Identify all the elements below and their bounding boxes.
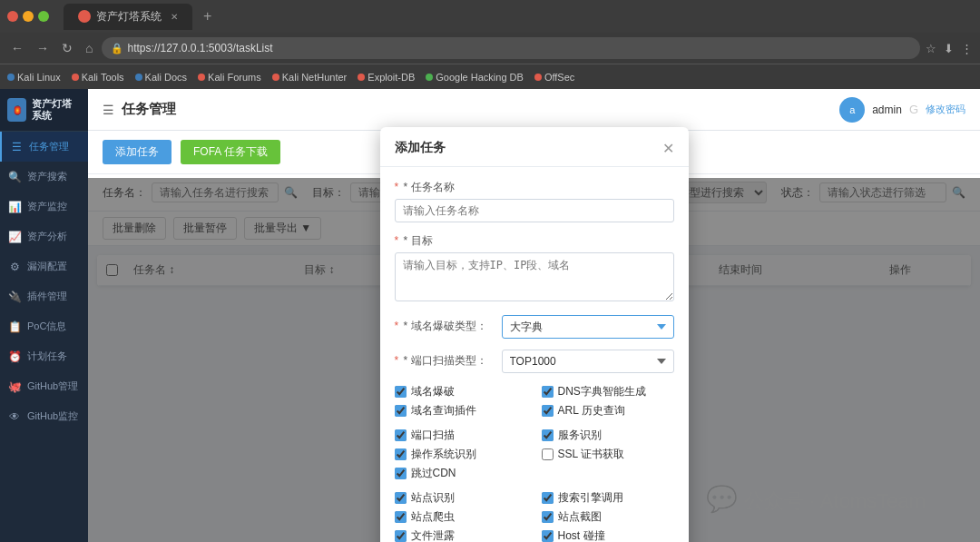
- checkbox-row-6: 站点识别 搜索引擎调用: [395, 490, 674, 506]
- sidebar-item-plugin-manage[interactable]: 🔌 插件管理: [0, 281, 88, 311]
- checkbox-service[interactable]: 服务识别: [542, 428, 674, 443]
- checkbox-ssl[interactable]: SSL 证书获取: [542, 447, 674, 462]
- checkbox-file-leak[interactable]: 文件泄露: [395, 528, 527, 543]
- checkbox-screenshot[interactable]: 站点截图: [542, 509, 674, 525]
- checkbox-search-engine[interactable]: 搜索引擎调用: [542, 490, 674, 506]
- checkbox-os-input[interactable]: [395, 448, 407, 460]
- checkbox-domain-query-input[interactable]: [395, 405, 407, 417]
- dialog-header: 添加任务 ✕: [380, 127, 689, 167]
- checkbox-service-label: 服务识别: [558, 428, 602, 443]
- bookmark-label: Exploit-DB: [368, 72, 415, 83]
- sidebar-item-task-management[interactable]: ☰ 任务管理: [0, 132, 88, 162]
- admin-name: admin: [872, 103, 902, 116]
- sidebar-label-plugin: 插件管理: [27, 290, 67, 303]
- fofa-download-button[interactable]: FOFA 任务下载: [181, 140, 280, 164]
- checkbox-dns-gen-input[interactable]: [542, 386, 554, 398]
- sidebar-item-github-monitor[interactable]: 👁 GitHub监控: [0, 401, 88, 431]
- browser-tab[interactable]: 资产灯塔系统 ✕: [64, 4, 192, 30]
- maximize-dot[interactable]: [38, 11, 49, 22]
- sidebar-logo: 🏮 资产灯塔系统: [0, 89, 88, 132]
- checkbox-site-identify-input[interactable]: [395, 492, 407, 504]
- checkbox-arl-history[interactable]: ARL 历史查询: [542, 403, 674, 419]
- checkbox-dns-gen[interactable]: DNS字典智能生成: [542, 384, 674, 399]
- checkbox-domain-query[interactable]: 域名查询插件: [395, 403, 527, 419]
- task-name-form-label: * * 任务名称: [395, 180, 674, 195]
- sidebar-item-vuln-config[interactable]: ⚙ 漏洞配置: [0, 251, 88, 281]
- bookmark-icon: [135, 74, 142, 81]
- checkbox-row-2: 域名查询插件 ARL 历史查询: [395, 403, 674, 419]
- bookmark-kali-forums[interactable]: Kali Forums: [198, 72, 261, 83]
- checkbox-host-collision[interactable]: Host 碰撞: [542, 528, 674, 543]
- checkbox-row-8: 文件泄露 Host 碰撞: [395, 528, 674, 543]
- search-icon: 🔍: [7, 171, 22, 183]
- checkbox-ssl-input[interactable]: [542, 448, 554, 460]
- config-icon: ⚙: [7, 261, 22, 273]
- new-tab-icon[interactable]: +: [203, 8, 211, 25]
- home-button[interactable]: ⌂: [82, 39, 96, 57]
- bookmark-offsec[interactable]: OffSec: [534, 72, 574, 83]
- address-bar[interactable]: 🔒 https://127.0.0.1:5003/taskList: [102, 37, 920, 59]
- page-title: 任务管理: [122, 101, 176, 118]
- download-icon[interactable]: ⬇: [944, 42, 954, 55]
- checkbox-port-scan[interactable]: 端口扫描: [395, 428, 527, 443]
- sidebar-item-asset-search[interactable]: 🔍 资产搜索: [0, 162, 88, 192]
- checkbox-port-scan-label: 端口扫描: [411, 428, 455, 443]
- checkbox-domain-query-label: 域名查询插件: [411, 403, 476, 419]
- checkbox-service-input[interactable]: [542, 429, 554, 441]
- add-task-button[interactable]: 添加任务: [103, 140, 172, 164]
- task-name-form-input[interactable]: [395, 199, 674, 222]
- port-scan-select[interactable]: TOP1000: [502, 350, 674, 373]
- checkbox-domain-brute-input[interactable]: [395, 386, 407, 398]
- port-scan-label: * * 端口扫描类型：: [395, 353, 495, 369]
- bookmark-label: Kali Linux: [17, 72, 61, 83]
- settings-icon[interactable]: ⋮: [961, 42, 973, 55]
- checkbox-os[interactable]: 操作系统识别: [395, 447, 527, 462]
- checkbox-screenshot-input[interactable]: [542, 511, 554, 523]
- checkbox-domain-brute[interactable]: 域名爆破: [395, 384, 527, 399]
- domain-brute-select[interactable]: 大字典: [502, 315, 674, 339]
- bookmark-label: Kali Docs: [145, 72, 187, 83]
- sidebar-item-poc[interactable]: 📋 PoC信息: [0, 311, 88, 341]
- bookmark-exploit-db[interactable]: Exploit-DB: [358, 72, 415, 83]
- sidebar-item-github-manage[interactable]: 🐙 GitHub管理: [0, 371, 88, 401]
- checkbox-arl-history-input[interactable]: [542, 405, 554, 417]
- bookmark-kali-linux[interactable]: Kali Linux: [7, 72, 61, 83]
- checkbox-host-collision-input[interactable]: [542, 530, 554, 542]
- checkbox-file-leak-input[interactable]: [395, 530, 407, 542]
- checkbox-skip-cdn-input[interactable]: [395, 468, 407, 479]
- sidebar-item-schedule[interactable]: ⏰ 计划任务: [0, 341, 88, 371]
- bookmark-kali-tools[interactable]: Kali Tools: [72, 72, 124, 83]
- checkbox-row-3: 端口扫描 服务识别: [395, 428, 674, 443]
- tab-close-icon[interactable]: ✕: [171, 12, 178, 22]
- menu-icon[interactable]: ☰: [103, 103, 114, 117]
- back-button[interactable]: ←: [7, 39, 27, 57]
- checkbox-port-scan-input[interactable]: [395, 429, 407, 441]
- checkbox-site-identify[interactable]: 站点识别: [395, 490, 527, 506]
- checkbox-site-crawl[interactable]: 站点爬虫: [395, 509, 527, 525]
- checkbox-site-crawl-input[interactable]: [395, 511, 407, 523]
- target-form-input[interactable]: [395, 252, 674, 301]
- bookmark-label: Kali Tools: [82, 72, 124, 83]
- checkbox-search-engine-input[interactable]: [542, 492, 554, 504]
- bookmark-nethunter[interactable]: Kali NetHunter: [272, 72, 348, 83]
- change-pwd-link[interactable]: 修改密码: [926, 103, 965, 116]
- bookmark-kali-docs[interactable]: Kali Docs: [135, 72, 187, 83]
- minimize-dot[interactable]: [23, 11, 34, 22]
- sidebar-item-asset-monitor[interactable]: 📊 资产监控: [0, 192, 88, 222]
- forward-button[interactable]: →: [33, 39, 53, 57]
- star-icon[interactable]: ☆: [926, 42, 936, 55]
- target-form-label: * * 目标: [395, 233, 674, 249]
- lock-icon: 🔒: [111, 43, 123, 54]
- checkbox-skip-cdn[interactable]: 跳过CDN: [395, 466, 674, 481]
- port-scan-label-text: * 端口扫描类型：: [404, 354, 487, 367]
- reload-button[interactable]: ↻: [58, 39, 76, 57]
- close-dot[interactable]: [7, 11, 18, 22]
- sidebar: 🏮 资产灯塔系统 ☰ 任务管理 🔍 资产搜索 📊 资产监控 📈 资产分析 ⚙: [0, 89, 88, 542]
- target-label-text: * 目标: [404, 234, 433, 247]
- bookmark-icon: [72, 74, 79, 81]
- sidebar-item-asset-analysis[interactable]: 📈 资产分析: [0, 222, 88, 251]
- dialog-close-button[interactable]: ✕: [662, 140, 674, 157]
- bookmark-ghdb[interactable]: Google Hacking DB: [426, 72, 524, 83]
- logo-text: 资产灯塔系统: [32, 98, 81, 122]
- plugin-icon: 🔌: [7, 291, 22, 303]
